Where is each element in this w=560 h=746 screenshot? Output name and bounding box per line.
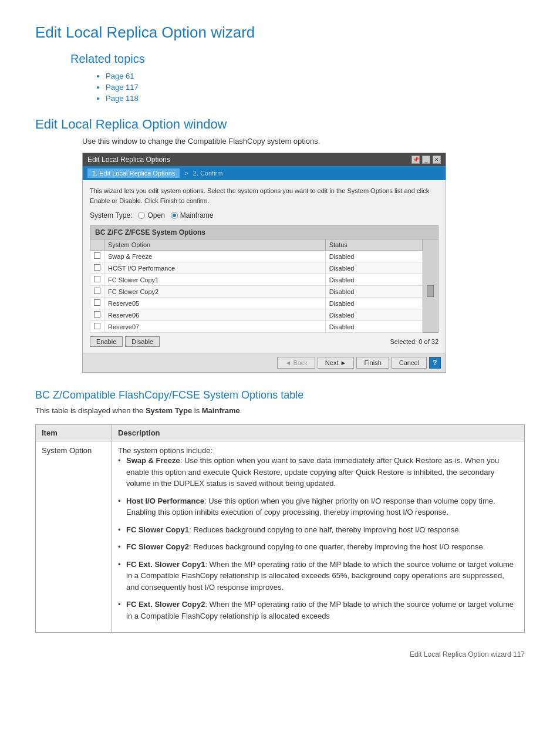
option-name: Reserve06	[104, 309, 326, 321]
option-status: Disabled	[325, 298, 422, 309]
desc-col-item: Item	[36, 425, 112, 441]
table-row: FC Slower Copy1 Disabled	[90, 274, 438, 286]
radio-open-circle[interactable]	[138, 212, 145, 219]
help-button[interactable]: ?	[429, 357, 441, 369]
scrollbar-header	[423, 239, 438, 251]
row-checkbox[interactable]	[94, 299, 100, 306]
row-checkbox[interactable]	[94, 276, 100, 282]
window-section-title: Edit Local Replica Option window	[35, 117, 525, 132]
window-controls: 📌 _ ✕	[411, 156, 441, 164]
option-status: Disabled	[325, 274, 422, 286]
wizard-window: Edit Local Replica Options 📌 _ ✕ 1. Edit…	[82, 153, 446, 373]
option-status: Disabled	[325, 251, 422, 262]
enable-button[interactable]: Enable	[90, 336, 123, 347]
cancel-button[interactable]: Cancel	[392, 357, 427, 369]
bullet-text: : Reduces background copying to one quar…	[189, 542, 485, 551]
bullet-bold: FC Ext. Slower Copy1	[126, 560, 205, 569]
list-item: FC Ext. Slower Copy2: When the MP operat…	[118, 599, 518, 622]
row-checkbox[interactable]	[94, 264, 100, 271]
related-topic-item[interactable]: Page 117	[106, 83, 525, 92]
bullet-text: : Use this option when you want to save …	[126, 456, 499, 488]
related-topics-heading: Related topics	[70, 52, 525, 66]
bullet-bold: FC Slower Copy2	[126, 542, 189, 551]
col-header-option: System Option	[104, 239, 326, 251]
page-title: Edit Local Replica Option wizard	[35, 23, 525, 42]
bc-subtitle: This table is displayed when the System …	[35, 406, 525, 415]
enable-disable-row: Enable Disable Selected: 0 of 32	[90, 336, 438, 347]
radio-mainframe-circle[interactable]	[171, 212, 178, 219]
radio-open-label: Open	[147, 211, 164, 220]
disable-button[interactable]: Disable	[125, 336, 160, 347]
breadcrumb-step1[interactable]: 1. Edit Local Replica Options	[87, 168, 180, 178]
radio-mainframe-label: Mainframe	[180, 211, 214, 220]
radio-open[interactable]: Open	[138, 211, 164, 220]
row-checkbox[interactable]	[94, 323, 100, 329]
option-status: Disabled	[325, 286, 422, 298]
desc-intro-text: The system options include:	[118, 446, 212, 455]
bullet-bold: Swap & Freeze	[126, 456, 180, 465]
option-name: HOST I/O Performance	[104, 262, 326, 274]
minimize-button[interactable]: _	[422, 156, 430, 164]
wizard-breadcrumb: 1. Edit Local Replica Options > 2. Confi…	[83, 166, 446, 180]
page-number-text: Edit Local Replica Option wizard 117	[410, 650, 525, 659]
system-type-row: System Type: Open Mainframe	[90, 211, 438, 220]
bullet-bold: FC Slower Copy1	[126, 525, 189, 534]
window-titlebar-text: Edit Local Replica Options	[87, 156, 170, 164]
option-status: Disabled	[325, 309, 422, 321]
list-item: FC Slower Copy2: Reduces background copy…	[118, 541, 518, 553]
bc-section-title: BC Z/Compatible FlashCopy/FCSE System Op…	[35, 389, 525, 401]
description-table: Item Description System Option The syste…	[35, 424, 525, 633]
options-table: System Option Status Swap & Freeze Disab…	[90, 239, 438, 333]
breadcrumb-separator: >	[184, 170, 188, 177]
related-topic-item[interactable]: Page 61	[106, 72, 525, 80]
desc-item-content: The system options include: Swap & Freez…	[112, 441, 525, 633]
option-status: Disabled	[325, 321, 422, 333]
option-name: FC Slower Copy2	[104, 286, 326, 298]
table-row: Reserve06 Disabled	[90, 309, 438, 321]
table-row: HOST I/O Performance Disabled	[90, 262, 438, 274]
back-button[interactable]: ◄ Back	[277, 357, 315, 369]
desc-col-description: Description	[112, 425, 525, 441]
bullet-bold: Host I/O Performance	[126, 497, 204, 505]
row-checkbox[interactable]	[94, 311, 100, 318]
row-checkbox[interactable]	[94, 288, 100, 294]
table-row: Reserve07 Disabled	[90, 321, 438, 333]
bullet-text: : Reduces background copying to one half…	[189, 525, 461, 534]
wizard-body: This wizard lets you edit system options…	[83, 180, 446, 353]
pin-button[interactable]: 📌	[411, 156, 420, 164]
desc-bullet-list: Swap & Freeze: Use this option when you …	[118, 455, 518, 622]
list-item: Host I/O Performance: Use this option wh…	[118, 495, 518, 518]
options-table-wrapper: System Option Status Swap & Freeze Disab…	[90, 239, 438, 333]
options-section-title: BC Z/FC Z/FCSE System Options	[90, 225, 438, 239]
list-item: Swap & Freeze: Use this option when you …	[118, 455, 518, 490]
col-header-checkbox	[90, 239, 104, 251]
desc-item-name: System Option	[36, 441, 112, 633]
related-topic-item[interactable]: Page 118	[106, 94, 525, 103]
option-name: Reserve05	[104, 298, 326, 309]
bullet-bold: FC Ext. Slower Copy2	[126, 600, 205, 609]
row-checkbox[interactable]	[94, 252, 100, 259]
next-button[interactable]: Next ►	[318, 357, 355, 369]
option-name: FC Slower Copy1	[104, 274, 326, 286]
wizard-footer: ◄ Back Next ► Finish Cancel ?	[83, 353, 446, 372]
breadcrumb-step2[interactable]: 2. Confirm	[193, 170, 223, 177]
list-item: FC Slower Copy1: Reduces background copy…	[118, 524, 518, 536]
radio-mainframe[interactable]: Mainframe	[171, 211, 214, 220]
option-status: Disabled	[325, 262, 422, 274]
close-button[interactable]: ✕	[433, 156, 441, 164]
wizard-description-text: This wizard lets you edit system options…	[90, 186, 438, 205]
table-row: Reserve05 Disabled	[90, 298, 438, 309]
list-item: FC Ext. Slower Copy1: When the MP operat…	[118, 559, 518, 593]
option-name: Swap & Freeze	[104, 251, 326, 262]
related-topics-list: Page 61 Page 117 Page 118	[106, 72, 525, 103]
window-titlebar: Edit Local Replica Options 📌 _ ✕	[83, 153, 446, 166]
finish-button[interactable]: Finish	[356, 357, 389, 369]
col-header-status: Status	[325, 239, 422, 251]
desc-table-row: System Option The system options include…	[36, 441, 525, 633]
option-name: Reserve07	[104, 321, 326, 333]
page-footer: Edit Local Replica Option wizard 117	[35, 650, 525, 659]
selected-count: Selected: 0 of 32	[390, 338, 438, 345]
table-row: FC Slower Copy2 Disabled	[90, 286, 438, 298]
system-type-label: System Type:	[90, 211, 132, 220]
window-description: Use this window to change the Compatible…	[82, 137, 525, 146]
